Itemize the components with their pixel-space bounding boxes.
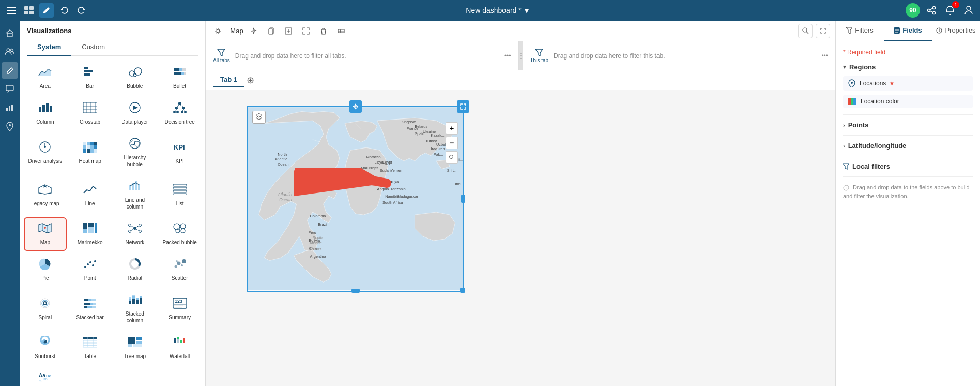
viz-heat-map[interactable]: Heat map [69,132,112,173]
viz-line-column[interactable]: Line and column [114,175,157,215]
viz-scatter[interactable]: Scatter [158,253,201,287]
zoom-in-btn[interactable]: + [446,122,458,135]
table-icon [83,336,97,351]
svg-text:KPI: KPI [174,143,185,151]
viz-list-label: List [176,200,184,207]
viz-word-cloud[interactable]: AaBbCcDd Word cloud [24,367,67,386]
zoom-to-data-btn[interactable] [798,24,813,38]
map-search-btn[interactable] [446,151,458,164]
viz-network[interactable]: Network [114,217,157,251]
toolbar-settings-btn[interactable] [211,24,225,38]
expand-panel-btn[interactable] [816,24,830,38]
sidebar-home-icon[interactable] [2,25,18,41]
resize-bottom[interactable] [351,289,360,293]
resize-right[interactable] [461,195,465,203]
tab-filters[interactable]: Filters [836,21,884,41]
svg-text:Egypt: Egypt [382,160,392,165]
viz-summary-label: Summary [169,314,191,321]
svg-rect-87 [83,229,87,233]
viz-stacked-bar[interactable]: Stacked bar [69,289,112,329]
viz-hierarchy-bubble[interactable]: Hierarchy bubble [114,132,157,173]
sidebar-chart-icon[interactable] [2,99,18,116]
viz-list[interactable]: List [158,175,201,215]
regions-section-header[interactable]: ▾ Regions [843,63,973,71]
sidebar-location-icon[interactable] [2,118,18,135]
tab-fields[interactable]: Fields [884,21,932,41]
toolbar-pin-btn[interactable] [246,24,261,38]
svg-line-53 [176,105,180,107]
viz-data-player[interactable]: Data player [114,97,157,130]
local-filters-section-header[interactable]: Local filters [843,162,973,170]
toolbar-fullscreen-btn[interactable] [299,24,313,38]
tab-1[interactable]: Tab 1 [213,72,244,87]
svg-rect-6 [29,11,34,14]
viz-point[interactable]: Point [69,253,112,287]
viz-map[interactable]: Map [24,217,67,251]
sidebar-chat-icon[interactable] [2,81,18,97]
filter-divider[interactable] [519,41,523,70]
resize-corner[interactable] [460,288,465,293]
viz-legacy-map[interactable]: Legacy map [24,175,67,215]
viz-column[interactable]: Column [24,97,67,130]
zoom-out-btn[interactable]: − [446,137,458,149]
divider-1 [843,114,973,115]
tab-system[interactable]: System [27,39,71,56]
toolbar-map-btn[interactable]: Map [228,24,243,38]
menu-icon[interactable] [4,3,19,18]
viz-crosstab[interactable]: Crosstab [69,97,112,130]
tab-custom[interactable]: Custom [71,39,115,56]
map-layers-btn[interactable] [252,111,266,124]
all-tabs-more[interactable]: ••• [504,52,511,60]
svg-line-54 [180,105,183,107]
viz-sunburst[interactable]: Sunburst [24,331,67,365]
undo-icon[interactable] [57,3,71,18]
viz-tree-map[interactable]: Tree map [114,331,157,365]
viz-radial[interactable]: Radial [114,253,157,287]
svg-text:Yemen: Yemen [391,168,402,173]
toolbar-more-btn[interactable] [334,24,348,38]
sidebar-users-icon[interactable] [2,43,18,60]
latlong-section-header[interactable]: › Latitude/longitude [843,142,973,150]
toolbar-delete-btn[interactable] [316,24,331,38]
sunburst-icon [38,336,52,351]
viz-kpi[interactable]: KPI KPI [158,132,201,173]
this-tab-label: This tab [530,57,549,63]
points-section-header[interactable]: › Points [843,121,973,129]
viz-area[interactable]: Area [24,61,67,95]
this-tab-more[interactable]: ••• [821,52,828,60]
viz-pie[interactable]: Pie [24,253,67,287]
svg-rect-121 [84,303,90,305]
toolbar-copy-btn[interactable] [264,24,278,38]
viz-marimekko[interactable]: Marimekko [69,217,112,251]
viz-packed-bubble[interactable]: Packed bubble [158,217,201,251]
sidebar-edit-icon[interactable] [2,62,18,79]
notification-icon[interactable]: 1 [943,3,957,18]
svg-text:Ocean: Ocean [278,162,288,167]
svg-rect-131 [132,296,135,299]
viz-spiral[interactable]: Spiral [24,289,67,329]
svg-point-92 [128,224,131,227]
dropdown-icon[interactable]: ▾ [525,6,529,16]
tab-properties[interactable]: Properties [932,21,980,41]
svg-text:Iraq  Iran: Iraq Iran [431,146,445,151]
edit-icon[interactable] [39,3,54,18]
viz-waterfall[interactable]: Waterfall [158,331,201,365]
viz-decision-tree[interactable]: Decision tree [158,97,201,130]
viz-table[interactable]: Table [69,331,112,365]
viz-bullet[interactable]: Bullet [158,61,201,95]
expand-btn[interactable] [457,100,469,113]
toolbar-resize-btn[interactable] [281,24,296,38]
redo-icon[interactable] [74,3,89,18]
viz-driver-analysis[interactable]: Driver analysis [24,132,67,173]
viz-bar[interactable]: Bar [69,61,112,95]
share-icon[interactable] [924,3,939,18]
viz-stacked-column[interactable]: Stacked column [114,289,157,329]
viz-bubble[interactable]: Bubble [114,61,157,95]
dashboard-icon[interactable] [22,3,36,18]
svg-rect-81 [173,184,187,186]
drag-handle[interactable]: ✥ [349,100,362,113]
add-tab-btn[interactable]: ⊕ [247,75,254,86]
user-icon[interactable] [961,3,976,18]
viz-line[interactable]: Line [69,175,112,215]
viz-summary[interactable]: 123 Summary [158,289,201,329]
